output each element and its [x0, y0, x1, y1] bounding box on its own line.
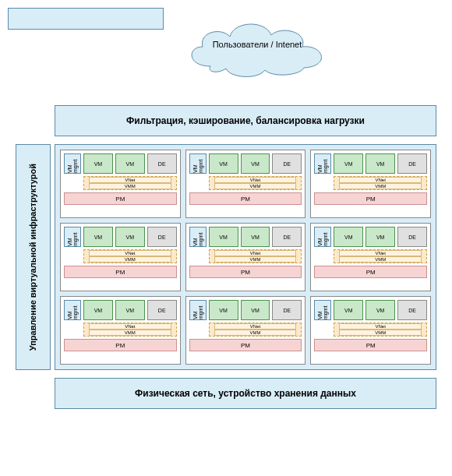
pm-label: PM — [64, 192, 177, 205]
vmm-label: VMM — [89, 183, 171, 189]
pm-label: PM — [189, 266, 302, 278]
pm-box: VM mgmt VM VM DE VNet VMM PM — [60, 223, 181, 291]
vnet-vmm: VNet VMM — [334, 176, 427, 190]
filter-cache-balance-layer: Фильтрация, кэширование, балансировка на… — [55, 105, 436, 136]
pm-label: PM — [314, 339, 427, 351]
vm-box: VM — [241, 300, 270, 320]
vnet-label: VNet — [89, 177, 171, 183]
vm-box: VM — [209, 227, 238, 247]
vmm-label: VMM — [339, 183, 422, 189]
cloud-label: Пользователи / Intenet — [179, 40, 335, 49]
vm-box: VM — [334, 300, 363, 320]
pm-label: PM — [314, 192, 427, 205]
physical-network-storage-layer: Физическая сеть, устройство хранения дан… — [55, 378, 436, 409]
legend-box — [8, 8, 164, 30]
pm-box: VM mgmt VM VM DE VNet VMM PM — [310, 223, 431, 291]
vm-box: VM — [209, 153, 238, 174]
vm-box: VM — [115, 300, 145, 320]
vmm-label: VMM — [89, 256, 171, 263]
virtual-infra-mgmt-layer: Управление виртуальной инфраструктурой — [16, 144, 51, 370]
top-label: Фильтрация, кэширование, балансировка на… — [126, 115, 365, 126]
vnet-vmm: VNet VMM — [83, 176, 177, 190]
vnet-vmm: VNet VMM — [334, 249, 427, 263]
vm-box: VM — [241, 227, 270, 247]
pm-box: VM mgmt VM VM DE VNet VMM PM — [60, 150, 181, 218]
pm-label: PM — [189, 339, 302, 351]
vm-box: VM — [241, 153, 270, 174]
vm-box: VM — [115, 227, 145, 247]
cloud: Пользователи / Intenet — [179, 12, 335, 82]
vnet-label: VNet — [339, 250, 422, 256]
pm-box: VM mgmt VM VM DE VNet VMM PM — [310, 296, 431, 365]
vnet-label: VNet — [214, 323, 297, 330]
bottom-label: Физическая сеть, устройство хранения дан… — [135, 388, 356, 399]
pm-box: VM mgmt VM VM DE VNet VMM PM — [185, 296, 306, 365]
de-box: DE — [397, 227, 427, 247]
vm-mgmt: VM mgmt — [64, 227, 81, 247]
de-box: DE — [147, 300, 177, 320]
vmm-label: VMM — [214, 330, 297, 336]
vnet-vmm: VNet VMM — [209, 249, 302, 263]
vmm-label: VMM — [89, 330, 171, 336]
vm-box: VM — [334, 227, 363, 247]
vm-box: VM — [334, 153, 363, 174]
vm-box: VM — [83, 153, 113, 174]
vmm-label: VMM — [339, 330, 422, 336]
vm-box: VM — [83, 300, 113, 320]
pm-label: PM — [64, 266, 177, 278]
vnet-vmm: VNet VMM — [83, 249, 177, 263]
vmm-label: VMM — [214, 183, 297, 189]
vnet-vmm: VNet VMM — [209, 176, 302, 190]
vm-mgmt: VM mgmt — [64, 153, 81, 174]
de-box: DE — [147, 153, 177, 174]
vm-box: VM — [209, 300, 238, 320]
pm-label: PM — [64, 339, 177, 351]
de-box: DE — [397, 300, 427, 320]
pm-box: VM mgmt VM VM DE VNet VMM PM — [60, 296, 181, 365]
vm-box: VM — [365, 153, 395, 174]
vmm-label: VMM — [214, 256, 297, 263]
de-box: DE — [147, 227, 177, 247]
vnet-label: VNet — [214, 250, 297, 256]
vm-mgmt: VM mgmt — [314, 300, 331, 320]
vnet-label: VNet — [89, 323, 171, 330]
vm-mgmt: VM mgmt — [314, 227, 331, 247]
vm-mgmt: VM mgmt — [189, 153, 207, 174]
vnet-vmm: VNet VMM — [83, 323, 177, 337]
vnet-vmm: VNet VMM — [334, 323, 427, 337]
vnet-label: VNet — [214, 177, 297, 183]
vnet-vmm: VNet VMM — [209, 323, 302, 337]
vmm-label: VMM — [339, 256, 422, 263]
vnet-label: VNet — [339, 323, 422, 330]
vm-mgmt: VM mgmt — [314, 153, 331, 174]
pm-box: VM mgmt VM VM DE VNet VMM PM — [185, 150, 306, 218]
vm-box: VM — [83, 227, 113, 247]
left-label: Управление виртуальной инфраструктурой — [28, 164, 38, 351]
vm-box: VM — [115, 153, 145, 174]
de-box: DE — [272, 153, 302, 174]
pm-box: VM mgmt VM VM DE VNet VMM PM — [185, 223, 306, 291]
de-box: DE — [397, 153, 427, 174]
pm-box: VM mgmt VM VM DE VNet VMM PM — [310, 150, 431, 218]
pm-grid: VM mgmt VM VM DE VNet VMM PM VM mgmt VM … — [55, 144, 436, 370]
vnet-label: VNet — [339, 177, 422, 183]
de-box: DE — [272, 300, 302, 320]
vm-mgmt: VM mgmt — [64, 300, 81, 320]
vnet-label: VNet — [89, 250, 171, 256]
pm-label: PM — [314, 266, 427, 278]
pm-label: PM — [189, 192, 302, 205]
vm-box: VM — [365, 227, 395, 247]
vm-mgmt: VM mgmt — [189, 227, 207, 247]
vm-box: VM — [365, 300, 395, 320]
de-box: DE — [272, 227, 302, 247]
vm-mgmt: VM mgmt — [189, 300, 207, 320]
